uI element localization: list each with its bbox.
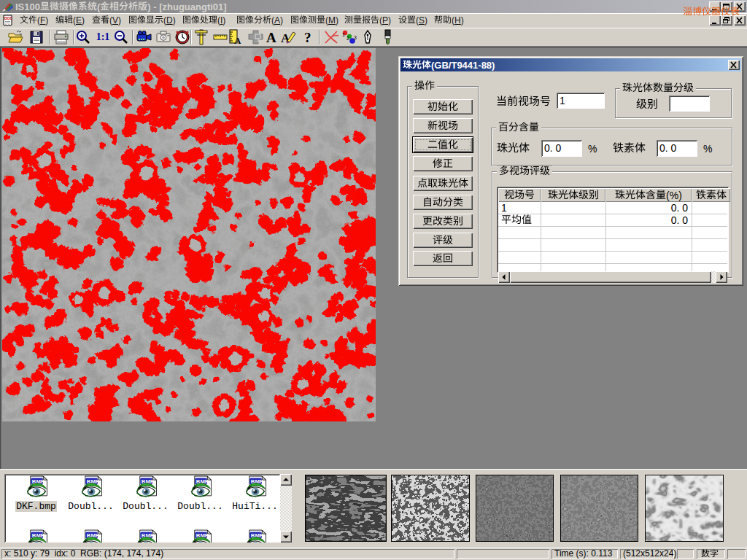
svg-text:3: 3 xyxy=(354,35,357,40)
svg-text:?: ? xyxy=(304,30,311,45)
svg-text:DOC: DOC xyxy=(4,16,13,20)
svg-text:A: A xyxy=(234,35,241,45)
svg-text:1: 1 xyxy=(342,32,345,37)
svg-text:2: 2 xyxy=(347,36,349,41)
svg-text:A: A xyxy=(266,30,276,45)
